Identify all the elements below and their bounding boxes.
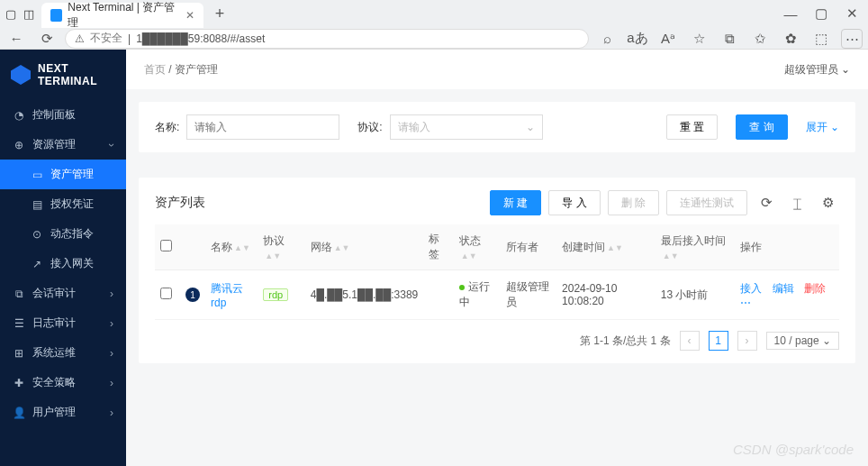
- col-tag: 标签: [429, 233, 439, 260]
- asset-table: 名称▲▼ 协议▲▼ 网络▲▼ 标签 状态▲▼ 所有者 创建时间▲▼ 最后接入时间…: [155, 224, 839, 320]
- filter-protocol-select[interactable]: 请输入 ⌄: [390, 114, 543, 140]
- filter-protocol-placeholder: 请输入: [398, 120, 430, 135]
- row-checkbox[interactable]: [160, 288, 172, 299]
- new-button[interactable]: 新 建: [490, 190, 541, 215]
- op-edit-link[interactable]: 编辑: [773, 282, 794, 295]
- table-header-row: 名称▲▼ 协议▲▼ 网络▲▼ 标签 状态▲▼ 所有者 创建时间▲▼ 最后接入时间…: [155, 224, 839, 270]
- sort-icon[interactable]: ▲▼: [234, 243, 250, 252]
- created-cell: 2024-09-10 10:08:20: [556, 270, 656, 320]
- sidebar-item-ops[interactable]: ⊞系统运维: [0, 338, 126, 368]
- sort-icon[interactable]: ▲▼: [461, 251, 477, 260]
- chevron-down-icon: ⌄: [822, 334, 831, 347]
- log-icon: ☰: [13, 317, 25, 330]
- logo-mark-icon: [11, 65, 31, 85]
- sidebar-item-asset[interactable]: ▭资产管理: [0, 160, 126, 189]
- user-dropdown[interactable]: 超级管理员 ⌄: [784, 62, 850, 78]
- pagination: 第 1-1 条/总共 1 条 ‹ 1 › 10 / page ⌄: [155, 320, 839, 351]
- extensions-icon[interactable]: ✿: [780, 31, 801, 47]
- nav-refresh-icon[interactable]: ⟳: [36, 31, 58, 47]
- topbar: 首页 / 资产管理 超级管理员 ⌄: [126, 50, 868, 89]
- logo: NEXT TERMINAL: [0, 50, 126, 100]
- chevron-down-icon: ⌄: [841, 63, 850, 76]
- filter-name-label: 名称:: [155, 120, 179, 135]
- logo-text-1: NEXT: [38, 62, 97, 75]
- refresh-icon[interactable]: ⟳: [755, 191, 778, 215]
- conntest-button[interactable]: 连通性测试: [666, 190, 747, 215]
- sidebar-item-resource[interactable]: ⊕资源管理: [0, 130, 126, 160]
- network-cell: 4█.██5.1██.██:3389: [305, 270, 424, 320]
- asset-name-link[interactable]: 腾讯云rdp: [211, 282, 243, 309]
- tab-favicon-icon: [50, 9, 62, 22]
- search-button[interactable]: 查 询: [736, 114, 787, 140]
- sort-icon[interactable]: ▲▼: [607, 243, 623, 252]
- copy-window-icon[interactable]: ◫: [23, 7, 36, 20]
- sidebar-item-user[interactable]: 👤用户管理: [0, 397, 126, 427]
- security-warning-icon: ⚠: [75, 32, 85, 45]
- sidebar-item-credential[interactable]: ▤授权凭证: [0, 189, 126, 219]
- sidebar-item-security[interactable]: ✚安全策略: [0, 368, 126, 397]
- window-icon: ▢: [5, 7, 18, 20]
- browser-menu-button[interactable]: ⋯: [841, 29, 863, 49]
- col-network[interactable]: 网络: [311, 241, 332, 253]
- nav-back-icon[interactable]: ←: [5, 31, 27, 46]
- filter-name-input[interactable]: [186, 114, 339, 140]
- pager-page-1[interactable]: 1: [709, 331, 728, 351]
- sidebar-item-log[interactable]: ☰日志审计: [0, 308, 126, 338]
- col-last[interactable]: 最后接入时间: [661, 234, 726, 247]
- col-protocol[interactable]: 协议: [263, 234, 285, 247]
- credential-icon: ▤: [31, 198, 43, 211]
- browser-chrome: ▢ ◫ Next Terminal | 资产管理 ✕ + ― ▢ ✕ ← ⟳ ⚠…: [0, 0, 868, 50]
- sidebar-item-gateway[interactable]: ↗接入网关: [0, 249, 126, 279]
- addfav-icon[interactable]: ✩: [749, 31, 771, 47]
- list-panel: 资产列表 新 建 导 入 删 除 连通性测试 ⟳ ⌶ ⚙ 名称▲▼: [139, 178, 855, 363]
- pager-next-button[interactable]: ›: [737, 331, 757, 351]
- sort-icon[interactable]: ▲▼: [663, 251, 679, 260]
- op-delete-link[interactable]: 删除: [804, 282, 826, 295]
- user-icon: 👤: [13, 407, 25, 419]
- pager-prev-button[interactable]: ‹: [680, 331, 700, 351]
- pager-summary: 第 1-1 条/总共 1 条: [580, 334, 671, 349]
- browser-tab[interactable]: Next Terminal | 资产管理 ✕: [41, 3, 203, 28]
- sort-icon[interactable]: ▲▼: [265, 251, 281, 260]
- url-separator: |: [128, 32, 131, 45]
- sort-icon[interactable]: ▲▼: [334, 243, 350, 252]
- sidebar: NEXT TERMINAL ◔控制面板 ⊕资源管理 ▭资产管理 ▤授权凭证 ⊙动…: [0, 50, 126, 466]
- collections-icon[interactable]: ⧉: [719, 31, 740, 47]
- tab-title: Next Terminal | 资产管理: [68, 0, 180, 31]
- expand-toggle[interactable]: 展开 ⌄: [806, 120, 839, 135]
- op-access-link[interactable]: 接入: [740, 282, 762, 295]
- delete-button[interactable]: 删 除: [608, 190, 659, 215]
- page-size-select[interactable]: 10 / page ⌄: [766, 332, 839, 350]
- col-created[interactable]: 创建时间: [562, 241, 605, 253]
- sidebar-item-dashboard[interactable]: ◔控制面板: [0, 100, 126, 130]
- ops-icon: ⊞: [13, 347, 25, 360]
- insecure-label: 不安全: [90, 31, 122, 46]
- url-box[interactable]: ⚠ 不安全 | 1██████59:8088/#/asset: [65, 29, 589, 49]
- col-name[interactable]: 名称: [211, 241, 232, 253]
- breadcrumb-home[interactable]: 首页: [144, 63, 166, 76]
- window-maximize-icon[interactable]: ▢: [810, 5, 832, 22]
- translate-icon[interactable]: aあ: [627, 30, 648, 47]
- col-status[interactable]: 状态: [459, 234, 481, 247]
- new-tab-button[interactable]: +: [209, 3, 231, 24]
- url-text: 1██████59:8088/#/asset: [136, 32, 265, 45]
- settings-icon[interactable]: ⚙: [816, 191, 839, 215]
- reset-button[interactable]: 重 置: [666, 114, 718, 140]
- asset-icon: ▭: [31, 169, 43, 181]
- sidebar-menu: ◔控制面板 ⊕资源管理 ▭资产管理 ▤授权凭证 ⊙动态指令 ↗接入网关 ⧉会话审…: [0, 100, 126, 427]
- op-more-icon[interactable]: ⋯: [740, 297, 751, 309]
- select-all-checkbox[interactable]: [160, 240, 172, 251]
- reader-icon[interactable]: ⌕: [596, 31, 618, 46]
- col-ops: 操作: [740, 241, 762, 253]
- font-icon[interactable]: Aᵃ: [657, 31, 679, 47]
- favorite-icon[interactable]: ☆: [688, 31, 710, 47]
- density-icon[interactable]: ⌶: [785, 191, 809, 215]
- import-button[interactable]: 导 入: [548, 190, 600, 215]
- sidebar-item-session[interactable]: ⧉会话审计: [0, 279, 126, 308]
- chevron-down-icon: ⌄: [830, 121, 839, 133]
- window-minimize-icon[interactable]: ―: [780, 6, 801, 22]
- tab-close-icon[interactable]: ✕: [185, 9, 194, 22]
- downloads-icon[interactable]: ⬚: [810, 31, 832, 47]
- window-close-icon[interactable]: ✕: [841, 5, 863, 22]
- sidebar-item-command[interactable]: ⊙动态指令: [0, 219, 126, 249]
